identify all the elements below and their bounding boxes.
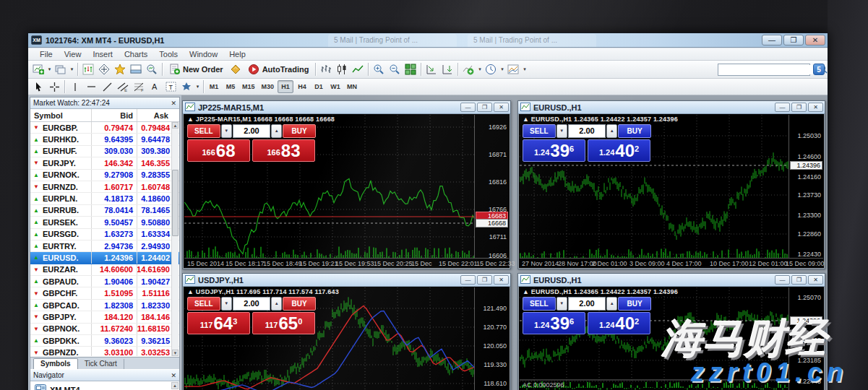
indicators-dropdown-icon[interactable]: ▾ <box>476 62 483 77</box>
periods-clock-icon[interactable] <box>483 62 499 77</box>
chart-titlebar[interactable]: USDJPY.,H1—❐✕ <box>183 274 510 287</box>
volume-down-icon[interactable]: ▼ <box>557 297 567 311</box>
volume-up-icon[interactable]: ▲ <box>606 297 617 311</box>
volume-up-icon[interactable]: ▲ <box>271 297 282 311</box>
menu-help[interactable]: Help <box>223 50 252 58</box>
column-bid[interactable]: Bid <box>91 111 137 120</box>
restore-button[interactable]: ❐ <box>783 35 804 46</box>
volume-up-icon[interactable]: ▲ <box>606 124 617 138</box>
scroll-up-icon[interactable]: ▲ <box>172 122 179 129</box>
column-ask[interactable]: Ask <box>137 111 173 120</box>
chart-restore-button[interactable]: ❐ <box>791 275 807 285</box>
market-watch-row[interactable]: ▲EURSEK.9.504579.50880 <box>30 217 179 228</box>
market-watch-row[interactable]: ▲EURHUF.309.030309.380 <box>30 146 179 157</box>
zoom-in-icon[interactable] <box>371 62 387 77</box>
periods-dropdown-icon[interactable]: ▾ <box>499 62 505 77</box>
sell-button[interactable]: SELL <box>187 297 220 311</box>
market-watch-row[interactable]: ▲EURSGD.1.632731.63334 <box>30 229 179 240</box>
buy-button[interactable]: BUY <box>618 297 651 311</box>
auto-arrange-icon[interactable] <box>424 62 439 77</box>
chart-close-button[interactable]: ✕ <box>808 275 823 285</box>
chart-close-button[interactable]: ✕ <box>494 275 509 285</box>
menu-window[interactable]: Window <box>184 50 223 58</box>
column-divider[interactable] <box>137 109 137 121</box>
market-watch-row[interactable]: ▲EURPLN.4.181734.18600 <box>30 193 179 204</box>
market-watch-row[interactable]: ▼EURNZD.1.607171.60748 <box>30 181 179 193</box>
market-watch-toggle-icon[interactable] <box>80 62 96 77</box>
volume-down-icon[interactable]: ▼ <box>221 124 232 138</box>
line-chart-mode-icon[interactable] <box>350 62 366 77</box>
buy-price[interactable]: 117650 <box>252 312 315 334</box>
zoom-out-icon[interactable] <box>387 62 403 77</box>
new-order-button[interactable]: New Order <box>165 62 228 77</box>
trendline-tool-icon[interactable] <box>99 79 115 94</box>
text-label-tool-icon[interactable]: T <box>163 79 179 94</box>
horizontal-line-tool-icon[interactable] <box>83 79 99 94</box>
sell-price[interactable]: 1.24396 <box>523 139 585 162</box>
new-chart-icon[interactable] <box>30 62 46 77</box>
vertical-line-tool-icon[interactable] <box>67 79 83 94</box>
tab-tick-chart[interactable]: Tick Chart <box>78 359 124 369</box>
menu-insert[interactable]: Insert <box>87 50 119 58</box>
chart-close-button[interactable]: ✕ <box>808 103 823 112</box>
market-watch-close-icon[interactable]: ✕ <box>171 100 176 107</box>
market-watch-row[interactable]: ▲GBPDKK.9.360239.36215 <box>30 335 179 347</box>
chart-minimize-button[interactable]: — <box>460 275 476 285</box>
chart-titlebar[interactable]: JP225-MAR15,M1—❐✕ <box>183 101 510 114</box>
market-watch-row[interactable]: ▲GBPAUD.1.904061.90427 <box>30 276 179 287</box>
deposit-icon[interactable] <box>228 62 244 77</box>
buy-button[interactable]: BUY <box>618 124 651 138</box>
tab-symbols[interactable]: Symbols <box>33 358 78 369</box>
column-symbol[interactable]: Symbol <box>30 111 91 120</box>
volume-down-icon[interactable]: ▼ <box>221 297 232 311</box>
market-watch-scrollbar[interactable]: ▲ ▼ <box>171 122 179 356</box>
chart-close-button[interactable]: ✕ <box>494 103 509 112</box>
volume-input[interactable]: 2.00 <box>568 297 606 311</box>
volume-input[interactable]: 2.00 <box>233 124 271 138</box>
timeframe-m1[interactable]: M1 <box>206 80 222 93</box>
tile-windows-icon[interactable] <box>403 62 418 77</box>
navigator-account-item[interactable]: XM MT4 <box>30 381 179 390</box>
timeframe-h4[interactable]: H4 <box>294 80 310 93</box>
market-watch-row[interactable]: ▲EURHKD.9.643959.64478 <box>30 134 179 145</box>
sell-button[interactable]: SELL <box>187 124 220 138</box>
chart-restore-button[interactable]: ❐ <box>477 275 492 285</box>
templates-dropdown-icon[interactable]: ▾ <box>521 62 528 77</box>
menu-charts[interactable]: Charts <box>119 50 153 58</box>
timeframe-m15[interactable]: M15 <box>239 80 258 93</box>
profiles-icon[interactable] <box>53 62 69 77</box>
equidistant-channel-tool-icon[interactable]: E <box>115 79 131 94</box>
navigator-toggle-icon[interactable] <box>112 62 128 77</box>
sell-price[interactable]: 117643 <box>187 312 250 334</box>
arrows-dropdown-icon[interactable]: ▾ <box>194 79 201 94</box>
volume-input[interactable]: 2.00 <box>568 124 606 138</box>
market-watch-row[interactable]: ▲EURRUB.78.041478.1465 <box>30 205 179 217</box>
indicators-icon[interactable] <box>460 62 476 77</box>
crosshair-tool-icon[interactable] <box>46 79 62 94</box>
volume-input[interactable]: 2.00 <box>233 297 271 311</box>
notification-badge[interactable]: 5 <box>813 64 825 75</box>
terminal-toggle-icon[interactable] <box>128 62 144 77</box>
timeframe-mn[interactable]: MN <box>344 80 360 93</box>
market-watch-row[interactable]: ▼GBPNOK.11.6724011.68150 <box>30 324 179 335</box>
chart-minimize-button[interactable]: — <box>775 275 790 285</box>
chart-restore-button[interactable]: ❐ <box>477 103 492 112</box>
fibonacci-tool-icon[interactable]: F <box>131 79 147 94</box>
market-watch-row[interactable]: ▲EURUSD.1.243961.24402 <box>30 252 179 264</box>
column-divider[interactable] <box>91 109 92 121</box>
market-watch-row[interactable]: ▼EURGBP.0.794740.79484 <box>30 122 179 134</box>
scroll-down-icon[interactable]: ▼ <box>172 350 179 356</box>
market-watch-row[interactable]: ▲GBPCAD.1.823081.82330 <box>30 300 179 311</box>
menu-tools[interactable]: Tools <box>153 50 184 58</box>
chart-shift-icon[interactable] <box>439 62 455 77</box>
candlestick-mode-icon[interactable] <box>334 62 350 77</box>
search-input[interactable] <box>718 65 818 74</box>
chart-restore-button[interactable]: ❐ <box>791 103 807 112</box>
buy-button[interactable]: BUY <box>283 124 316 138</box>
cursor-tool-icon[interactable] <box>30 79 46 94</box>
data-window-icon[interactable] <box>96 62 112 77</box>
market-watch-row[interactable]: ▲EURTRY.2.947362.94930 <box>30 240 179 252</box>
scrollbar-thumb[interactable] <box>172 170 179 236</box>
chart-minimize-button[interactable]: — <box>775 103 790 112</box>
sell-button[interactable]: SELL <box>523 124 556 138</box>
